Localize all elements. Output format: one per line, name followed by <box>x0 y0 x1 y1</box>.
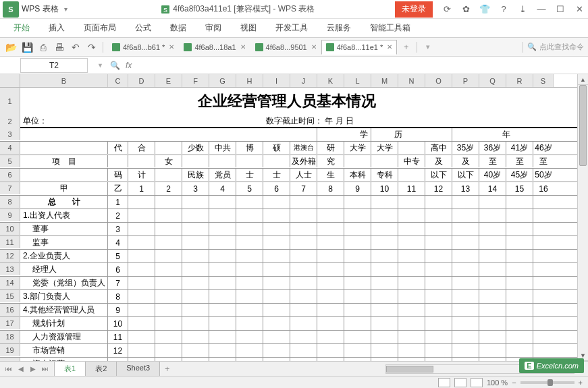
data-cell[interactable] <box>344 209 371 222</box>
data-cell[interactable] <box>290 304 317 316</box>
data-cell[interactable] <box>155 277 182 289</box>
data-cell[interactable] <box>533 331 554 343</box>
vscroll-thumb[interactable] <box>579 85 587 166</box>
page-layout-view-button[interactable] <box>454 378 466 387</box>
row-header-5[interactable]: 5 <box>0 155 20 167</box>
colref-num[interactable]: 7 <box>290 182 317 195</box>
hdr-cell[interactable]: 民族 <box>182 169 209 181</box>
hdr-cell[interactable]: 大学 <box>344 142 371 154</box>
close-button[interactable]: ✕ <box>570 1 588 18</box>
row-code[interactable]: 12 <box>108 344 128 357</box>
data-cell[interactable] <box>398 317 425 330</box>
command-search[interactable]: 🔍 点此查找命令 <box>527 42 584 52</box>
data-cell[interactable] <box>155 236 182 249</box>
data-cell[interactable] <box>506 331 533 343</box>
data-cell[interactable] <box>263 250 290 262</box>
ribbon-tab-8[interactable]: 云服务 <box>317 19 360 38</box>
ribbon-tab-0[interactable]: 开始 <box>4 19 39 38</box>
hdr-cell[interactable] <box>398 169 425 181</box>
data-cell[interactable] <box>317 304 344 316</box>
hdr-cell[interactable]: 以下 <box>425 169 452 181</box>
column-header-B[interactable]: B <box>20 74 108 87</box>
page-break-view-button[interactable] <box>471 378 483 387</box>
data-cell[interactable] <box>425 236 452 249</box>
hdr-cell[interactable]: 女 <box>155 155 182 167</box>
data-cell[interactable] <box>425 209 452 222</box>
data-cell[interactable] <box>506 196 533 209</box>
hdr-cell[interactable]: 本科 <box>344 169 371 181</box>
row-code[interactable]: 2 <box>108 209 128 222</box>
hdr-cell[interactable]: 党员 <box>209 169 236 181</box>
hdr-cell[interactable]: 至 <box>479 155 506 167</box>
ribbon-tab-7[interactable]: 开发工具 <box>266 19 317 38</box>
row-label[interactable]: 规划计划 <box>20 317 108 330</box>
data-cell[interactable] <box>344 196 371 209</box>
row-label[interactable]: 监事 <box>20 236 108 249</box>
column-header-F[interactable]: F <box>182 74 209 87</box>
data-cell[interactable] <box>479 236 506 249</box>
data-cell[interactable] <box>263 223 290 235</box>
print-icon[interactable]: 🖶 <box>53 40 66 54</box>
save-icon[interactable]: 💾 <box>20 40 34 54</box>
ribbon-tab-1[interactable]: 插入 <box>39 19 74 38</box>
first-sheet-button[interactable]: ⏮ <box>3 363 15 375</box>
data-cell[interactable] <box>425 344 452 357</box>
data-cell[interactable] <box>533 344 554 357</box>
colref-num[interactable]: 14 <box>479 182 506 195</box>
data-cell[interactable] <box>533 223 554 235</box>
data-cell[interactable] <box>452 277 479 289</box>
row-code[interactable]: 6 <box>108 263 128 276</box>
data-cell[interactable] <box>155 263 182 276</box>
row-header-19[interactable]: 19 <box>0 344 20 356</box>
row-code[interactable]: 1 <box>108 196 128 209</box>
close-icon[interactable]: ✕ <box>240 43 246 51</box>
data-cell[interactable] <box>182 223 209 235</box>
sheet-tab-2[interactable]: Sheet3 <box>116 361 160 376</box>
data-cell[interactable] <box>317 209 344 222</box>
colref-num[interactable]: 8 <box>317 182 344 195</box>
undo-icon[interactable]: ↶ <box>69 40 82 54</box>
data-cell[interactable] <box>182 196 209 209</box>
hdr-cell[interactable]: 生 <box>317 169 344 181</box>
column-header-O[interactable]: O <box>425 74 452 87</box>
row-label[interactable]: 董事 <box>20 223 108 235</box>
colref-jia[interactable]: 甲 <box>20 182 108 195</box>
hdr-cell[interactable]: 士 <box>263 169 290 181</box>
data-cell[interactable] <box>182 209 209 222</box>
data-cell[interactable] <box>425 304 452 316</box>
data-cell[interactable] <box>263 290 290 303</box>
column-header-N[interactable]: N <box>398 74 425 87</box>
data-cell[interactable] <box>155 317 182 330</box>
hdr-cell[interactable] <box>344 155 371 167</box>
data-cell[interactable] <box>344 331 371 343</box>
data-cell[interactable] <box>425 290 452 303</box>
data-cell[interactable] <box>128 209 155 222</box>
prev-sheet-button[interactable]: ◀ <box>15 363 27 375</box>
data-cell[interactable] <box>452 290 479 303</box>
data-cell[interactable] <box>290 236 317 249</box>
data-cell[interactable] <box>452 223 479 235</box>
colref-num[interactable]: 12 <box>425 182 452 195</box>
row-header-10[interactable]: 10 <box>0 223 20 235</box>
colref-num[interactable]: 11 <box>398 182 425 195</box>
data-cell[interactable] <box>128 290 155 303</box>
hdr-cell[interactable]: 35岁 <box>452 142 479 154</box>
data-cell[interactable] <box>209 317 236 330</box>
fx-search-icon[interactable]: 🔍 <box>110 61 120 70</box>
row-header-13[interactable]: 13 <box>0 263 20 275</box>
hdr-cell[interactable] <box>263 155 290 167</box>
data-cell[interactable] <box>479 196 506 209</box>
data-cell[interactable] <box>317 196 344 209</box>
cell[interactable] <box>20 128 317 141</box>
data-cell[interactable] <box>506 209 533 222</box>
data-cell[interactable] <box>398 209 425 222</box>
hdr-cell[interactable]: 高中 <box>425 142 452 154</box>
data-cell[interactable] <box>479 223 506 235</box>
data-cell[interactable] <box>452 304 479 316</box>
data-cell[interactable] <box>209 196 236 209</box>
data-cell[interactable] <box>344 344 371 357</box>
data-cell[interactable] <box>398 290 425 303</box>
skin-icon[interactable]: 👕 <box>476 1 493 18</box>
open-icon[interactable]: 📂 <box>4 40 18 54</box>
data-cell[interactable] <box>398 344 425 357</box>
